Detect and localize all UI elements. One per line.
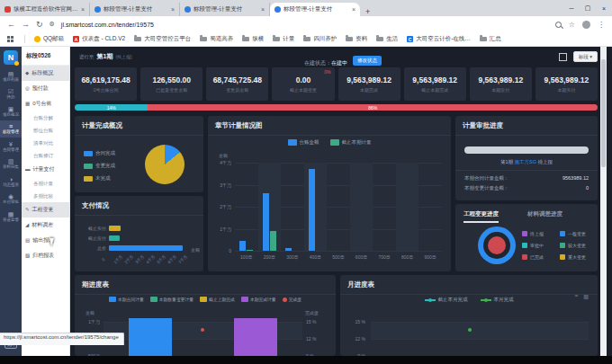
- bookmark-item[interactable]: 资料: [346, 35, 367, 43]
- stat-card[interactable]: 9,563,989.12本期实付: [536, 67, 598, 101]
- stat-card[interactable]: 0.00截止本期变更0%: [272, 67, 334, 101]
- approval-row: 本期变更计量金额：0: [455, 182, 598, 192]
- bookmark-item[interactable]: 计量: [273, 35, 294, 43]
- legend-label: 已完成: [530, 254, 544, 260]
- browser-tab[interactable]: 标段管理-计量支付×: [180, 3, 270, 16]
- sidebar-item-标段概况[interactable]: ◆标段概况: [22, 66, 69, 81]
- browser-menu-icon[interactable]: ⋮: [598, 21, 605, 29]
- bookmarks-separator: [24, 35, 25, 43]
- stat-label: 变更后金额: [226, 87, 248, 93]
- bookmark-label: 大司空管控云平台: [144, 35, 191, 43]
- panel-change-progress: 工程变更进度 材料调差进度 待上报审批中已完成一般变更较大变更重大变更: [455, 204, 598, 271]
- sidebar-subitem-清单对比[interactable]: 清单对比: [22, 137, 69, 149]
- zoom-search-icon[interactable]: [555, 22, 562, 28]
- stat-card[interactable]: 9,563,989.12本期完成: [338, 67, 400, 101]
- bookmark-item[interactable]: 生活: [376, 35, 398, 43]
- stat-card[interactable]: 9,563,989.12截止本期完成: [404, 67, 466, 101]
- browser-tab[interactable]: 标段管理-计量支付×: [90, 3, 180, 16]
- back-icon[interactable]: ←: [7, 21, 15, 29]
- legend-chip: [109, 297, 116, 302]
- stat-card[interactable]: 68,745,725.48变更后金额: [206, 67, 268, 101]
- sidebar-item-工程变更[interactable]: ✎工程变更: [22, 202, 69, 218]
- stat-card[interactable]: 68,619,175.480号台账合同: [75, 67, 137, 101]
- forward-icon[interactable]: →: [22, 21, 30, 29]
- rail-item-支付审批[interactable]: ◉支付审批: [0, 191, 22, 209]
- approval-approver-link[interactable]: 施工方SG: [515, 159, 536, 164]
- rail-icon: ¥: [9, 141, 13, 147]
- browser-tab[interactable]: 标段管理-计量支付×: [270, 3, 360, 16]
- tab-close-icon[interactable]: ×: [171, 6, 175, 13]
- app-logo[interactable]: N: [4, 50, 18, 65]
- browser-tab[interactable]: 纵横工程造价软件官网-工程软...×: [0, 3, 90, 16]
- rail-item-资料归集[interactable]: ▥资料归集: [0, 155, 22, 173]
- minimize-icon[interactable]: ─: [563, 5, 580, 12]
- site-info-icon[interactable]: ⚙: [50, 21, 55, 28]
- rail-item-合同管理[interactable]: ¥合同管理: [0, 138, 22, 155]
- bookmark-star-icon[interactable]: ☆: [569, 21, 575, 29]
- sidebar-item-0号台账[interactable]: ▦0号台账: [22, 96, 69, 111]
- bookmark-item[interactable]: QQ邮箱: [34, 35, 64, 43]
- panel-title: 支付情况: [75, 196, 203, 216]
- rail-item-项目列表[interactable]: ▤项目列表: [0, 67, 22, 85]
- bar-current-metered: [270, 231, 276, 251]
- bookmark-item[interactable]: 四川养护: [303, 35, 337, 43]
- stat-card[interactable]: 9,563,989.12本期应付: [470, 67, 532, 101]
- maximize-icon[interactable]: ▢: [580, 4, 596, 12]
- stat-card[interactable]: 126,550.00已批复变更金额: [140, 67, 202, 101]
- bookmark-label: QQ邮箱: [43, 35, 64, 43]
- tab-material-adjustment[interactable]: 材料调差进度: [527, 210, 562, 218]
- sidebar-item-预付款[interactable]: ◎预付款: [22, 81, 69, 96]
- change-status-button[interactable]: 修改状态: [353, 56, 382, 66]
- legend-label: 待上报: [530, 231, 544, 236]
- profile-avatar[interactable]: [582, 21, 590, 29]
- bookmark-item[interactable]: 纵横: [242, 35, 264, 43]
- new-tab-button[interactable]: +: [360, 7, 375, 16]
- legend-chip: [330, 139, 339, 146]
- bookmark-label: 蜀道高养: [210, 35, 233, 43]
- report-mode-label: (线上报): [115, 54, 131, 59]
- page-scrollbar[interactable]: [600, 47, 607, 356]
- sidebar-subitem-台账分解[interactable]: 台账分解: [22, 111, 69, 124]
- bookmark-item[interactable]: C大司空云计价-在线…: [407, 35, 471, 43]
- sidebar-subitem-多期比较[interactable]: 多期比较: [22, 190, 69, 202]
- sidebar-subitem-部位台账[interactable]: 部位台账: [22, 124, 69, 137]
- sidebar-item-归档报表[interactable]: ▧归档报表: [22, 248, 69, 263]
- sidebar-subitem-各期计量[interactable]: 各期计量: [22, 177, 69, 190]
- approval-row-value: 9563989.12: [562, 175, 589, 182]
- sidebar-item-输出报表[interactable]: ▤输出报表: [22, 233, 69, 248]
- rail-item-项目概况[interactable]: ▣项目概况: [0, 102, 22, 120]
- tab-close-icon[interactable]: ×: [261, 6, 265, 13]
- bookmark-item[interactable]: 大司空管控云平台: [134, 35, 191, 43]
- legend-chip: [241, 297, 248, 302]
- tab-close-icon[interactable]: ×: [81, 6, 85, 13]
- fullscreen-icon[interactable]: [559, 53, 567, 61]
- rail-item-待办[interactable]: ☑待办: [0, 85, 22, 103]
- sidebar-item-计量支付[interactable]: ▬计量支付: [22, 162, 69, 177]
- reload-icon[interactable]: ↻: [36, 21, 43, 29]
- apps-grid-icon[interactable]: [7, 36, 14, 42]
- section-dropdown-button[interactable]: 标段 ▾: [573, 51, 598, 62]
- approval-status: 待上报: [538, 159, 554, 164]
- progress-segment-complete: 14%: [75, 104, 148, 111]
- bookmark-item[interactable]: 蜀道高养: [200, 35, 233, 43]
- bookmark-item[interactable]: 汇总: [480, 35, 501, 43]
- x-tick-label: 500章: [327, 255, 350, 260]
- rail-item-资金监管[interactable]: ▦资金监管: [0, 208, 22, 226]
- right-tick-label: 15 %: [306, 320, 316, 324]
- rail-item-标段管理[interactable]: ≡标段管理: [0, 120, 22, 138]
- folder-icon: [303, 37, 310, 42]
- tab-change-progress[interactable]: 工程变更进度: [464, 210, 499, 223]
- rail-item-动态投资[interactable]: ◑动态投资: [0, 173, 22, 191]
- legend-item: 台账金额: [288, 139, 320, 146]
- panel-approval-progress: 计量审批进度 第1期 施工方SG 待上报 本期合同计量金额：9563989.12…: [455, 116, 598, 200]
- tab-close-icon[interactable]: ×: [352, 6, 356, 13]
- scrollbar-thumb[interactable]: [601, 59, 606, 167]
- sidebar-item-材料调差[interactable]: ◢材料调差: [22, 218, 69, 233]
- close-icon[interactable]: ×: [596, 5, 612, 12]
- section-name[interactable]: 标段0526: [22, 47, 69, 66]
- sidebar-subitem-台账修订[interactable]: 台账修订: [22, 149, 69, 162]
- legend-item: 截止上期完成: [200, 297, 235, 302]
- bookmark-item[interactable]: A仪表盘 - CLD.V2: [73, 35, 125, 43]
- url-text[interactable]: jl.smartcost.com.cn/tender/19575: [61, 22, 154, 28]
- stat-label: 0号台账合同: [94, 87, 119, 93]
